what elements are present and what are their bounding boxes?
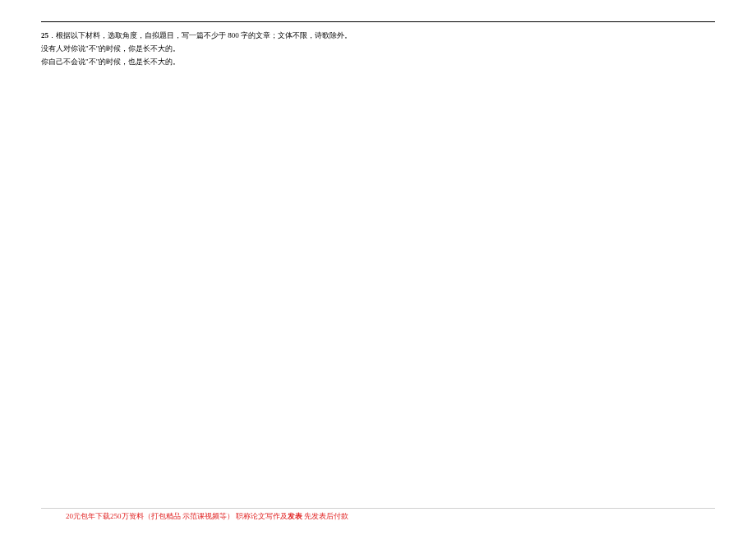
- question-number: 25: [41, 31, 48, 39]
- footer-divider: [41, 508, 715, 509]
- top-divider: [41, 21, 715, 22]
- material-line-2: 你自己不会说"不"的时候，也是长不大的。: [41, 55, 715, 68]
- footer-part1: 20元包年下载250万资料（打包精品 示范课视频等） 职称论文写作及: [66, 512, 288, 520]
- document-page: 25．根据以下材料，选取角度，自拟题目，写一篇不少于 800 字的文章；文体不限…: [0, 0, 756, 68]
- question-prompt-line: 25．根据以下材料，选取角度，自拟题目，写一篇不少于 800 字的文章；文体不限…: [41, 29, 715, 42]
- material-line-1: 没有人对你说"不"的时候，你是长不大的。: [41, 42, 715, 55]
- footer-part3: 先发表后付款: [302, 512, 348, 520]
- question-prompt-text: ．根据以下材料，选取角度，自拟题目，写一篇不少于 800 字的文章；文体不限，诗…: [48, 31, 352, 39]
- page-footer: 20元包年下载250万资料（打包精品 示范课视频等） 职称论文写作及发表 先发表…: [41, 508, 715, 522]
- footer-text: 20元包年下载250万资料（打包精品 示范课视频等） 职称论文写作及发表 先发表…: [41, 510, 715, 522]
- footer-part2-bold: 发表: [288, 512, 302, 520]
